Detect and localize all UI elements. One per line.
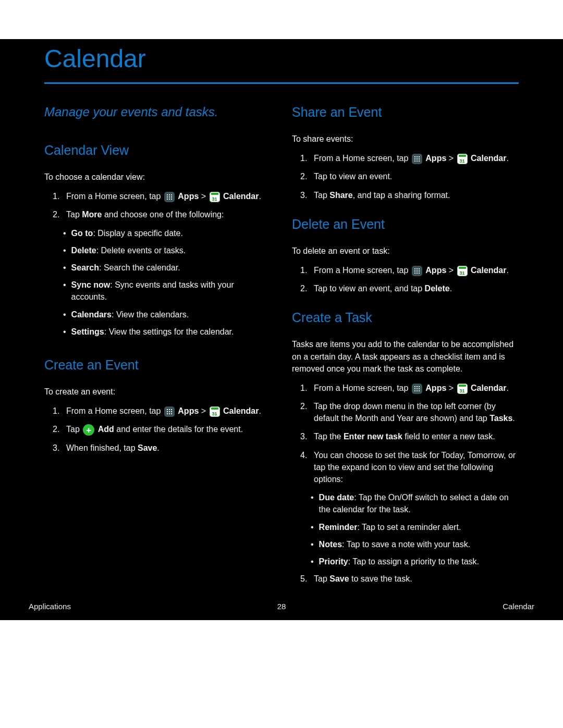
ct-bullet-duedate: • Due date: Tap the On/Off switch to sel… <box>292 491 519 515</box>
bullet-label: Go to <box>71 229 93 238</box>
intro-calendar-view: To choose a calendar view: <box>44 171 271 183</box>
page-title: Calendar <box>44 39 519 82</box>
cv-bullet-search: • Search: Search the calendar. <box>44 262 271 274</box>
step-text-end: . <box>506 266 508 275</box>
step-text: Tap the <box>314 432 344 441</box>
step-text: Tap <box>314 191 329 200</box>
calendar-label: Calendar <box>471 154 506 163</box>
step-number: 5. <box>300 573 309 585</box>
step-text: Tap to view an event. <box>314 170 392 182</box>
step-number: 1. <box>300 382 309 394</box>
calendar-view-step-2: 2. Tap More and choose one of the follow… <box>44 208 271 220</box>
bullet-dot: • <box>63 309 66 320</box>
step-number: 3. <box>300 189 309 201</box>
bullet-tail: : View the calendars. <box>112 310 189 319</box>
bullet-label: Delete <box>71 246 96 255</box>
add-icon <box>83 424 94 436</box>
bullet-dot: • <box>311 521 314 533</box>
ct-bullet-reminder: • Reminder: Tap to set a reminder alert. <box>292 521 519 533</box>
step-text: Tap <box>66 425 82 434</box>
create-task-step-2: 2. Tap the drop down menu in the top lef… <box>292 400 519 424</box>
bullet-label: Notes <box>319 540 342 549</box>
apps-icon <box>164 192 175 202</box>
subtitle: Manage your events and tasks. <box>44 105 271 119</box>
cv-bullet-calendars: • Calendars: View the calendars. <box>44 309 271 320</box>
step-text-arrow: > <box>449 154 456 163</box>
intro-share-event: To share events: <box>292 133 519 145</box>
calendar-icon <box>457 154 468 164</box>
more-label: More <box>82 210 102 219</box>
bullet-label: Settings <box>71 327 104 336</box>
apps-label: Apps <box>425 266 446 275</box>
heading-create-task: Create a Task <box>292 310 519 325</box>
bullet-tail: : Tap to set a reminder alert. <box>357 523 461 532</box>
save-label: Save <box>329 574 349 583</box>
bullet-tail: : Delete events or tasks. <box>96 246 186 255</box>
share-event-step-3: 3. Tap Share, and tap a sharing format. <box>292 189 519 201</box>
heading-create-event: Create an Event <box>44 357 271 373</box>
share-event-step-1: 1. From a Home screen, tap Apps > Calend… <box>292 152 519 164</box>
create-task-step-5: 5. Tap Save to save the task. <box>292 573 519 585</box>
tasks-label: Tasks <box>489 414 512 423</box>
bullet-label: Calendars <box>71 310 112 319</box>
bullet-tail: : Tap to assign a priority to the task. <box>348 557 479 566</box>
step-text-end: . <box>259 192 261 201</box>
share-label: Share <box>329 191 352 200</box>
step-text-end: . <box>259 406 261 415</box>
bullet-tail: : Display a specific date. <box>93 229 183 238</box>
step-text-arrow: > <box>449 266 456 275</box>
add-label: Add <box>98 425 114 434</box>
bullet-dot: • <box>311 556 314 567</box>
enter-task-label: Enter new task <box>344 432 402 441</box>
bullet-label: Sync now <box>71 280 111 289</box>
title-rule <box>44 82 519 84</box>
step-number: 3. <box>300 430 309 442</box>
step-number: 2. <box>300 282 309 294</box>
step-text-arrow: > <box>201 406 209 415</box>
bullet-dot: • <box>311 538 314 550</box>
step-text: From a Home screen, tap <box>66 406 163 415</box>
step-text: From a Home screen, tap <box>314 154 411 163</box>
step-number: 4. <box>300 449 309 461</box>
step-text-tail: field to enter a new task. <box>402 432 495 441</box>
cv-bullet-goto: • Go to: Display a specific date. <box>44 227 271 239</box>
calendar-icon <box>457 384 468 394</box>
bullet-tail: : Search the calendar. <box>99 263 180 272</box>
create-task-step-1: 1. From a Home screen, tap Apps > Calend… <box>292 382 519 394</box>
create-event-step-3: 3. When finished, tap Save. <box>44 442 271 454</box>
apps-icon <box>412 154 422 164</box>
calendar-label: Calendar <box>471 266 506 275</box>
step-text: Tap <box>66 210 82 219</box>
step-text: From a Home screen, tap <box>314 266 411 275</box>
bullet-dot: • <box>63 326 66 338</box>
step-number: 1. <box>300 264 309 276</box>
step-text: From a Home screen, tap <box>66 192 163 201</box>
share-event-step-2: 2. Tap to view an event. <box>292 170 519 182</box>
calendar-label: Calendar <box>223 406 259 415</box>
step-number: 3. <box>53 442 61 454</box>
step-text-arrow: > <box>449 384 456 392</box>
heading-delete-event: Delete an Event <box>292 217 519 232</box>
ct-bullet-priority: • Priority: Tap to assign a priority to … <box>292 556 519 567</box>
calendar-icon <box>210 406 220 417</box>
apps-label: Apps <box>178 406 199 415</box>
step-text-tail: , and tap a sharing format. <box>353 191 450 200</box>
footer-page-number: 28 <box>277 602 286 611</box>
step-text: Tap <box>314 574 329 583</box>
calendar-icon <box>457 266 468 276</box>
cv-bullet-delete: • Delete: Delete events or tasks. <box>44 244 271 256</box>
cv-bullet-sync: • Sync now: Sync events and tasks with y… <box>44 279 271 303</box>
step-number: 1. <box>53 405 61 417</box>
step-text-tail: and choose one of the following: <box>102 210 224 219</box>
step-text-end: . <box>512 414 515 423</box>
bullet-dot: • <box>63 262 66 274</box>
apps-label: Apps <box>178 192 199 201</box>
bullet-label: Priority <box>319 557 348 566</box>
bullet-dot: • <box>63 279 66 291</box>
ct-bullet-notes: • Notes: Tap to save a note with your ta… <box>292 538 519 550</box>
intro-create-task: Tasks are items you add to the calendar … <box>292 338 519 375</box>
left-column: Manage your events and tasks. Calendar V… <box>44 105 271 591</box>
step-number: 1. <box>53 190 61 202</box>
apps-icon <box>164 406 175 417</box>
create-task-step-4: 4. You can choose to set the task for To… <box>292 449 519 486</box>
